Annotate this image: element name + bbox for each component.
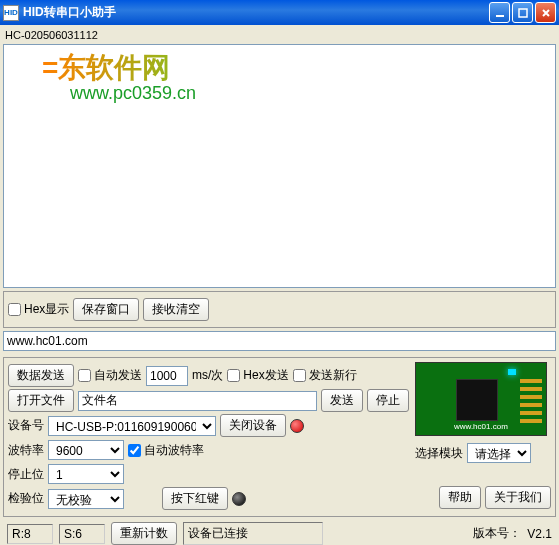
red-indicator-icon: [290, 419, 304, 433]
hex-display-checkbox[interactable]: Hex显示: [8, 301, 69, 318]
auto-send-checkbox[interactable]: 自动发送: [78, 367, 142, 384]
send-newline-label: 发送新行: [309, 367, 357, 384]
parity-select[interactable]: 无校验: [48, 489, 124, 509]
close-button[interactable]: [535, 2, 556, 23]
watermark-url: www.pc0359.cn: [70, 83, 196, 104]
black-indicator-icon: [232, 492, 246, 506]
version-value: V2.1: [527, 527, 552, 541]
minimize-button[interactable]: [489, 2, 510, 23]
open-file-button[interactable]: 打开文件: [8, 389, 74, 412]
select-module-select[interactable]: 请选择: [467, 443, 531, 463]
stop-button[interactable]: 停止: [367, 389, 409, 412]
status-r: R:8: [7, 524, 53, 544]
file-name-input[interactable]: [78, 391, 317, 411]
version-label: 版本号：: [473, 525, 521, 542]
parity-label: 检验位: [8, 490, 44, 507]
device-no-label: 设备号: [8, 417, 44, 434]
hex-send-label: Hex发送: [243, 367, 288, 384]
data-send-button[interactable]: 数据发送: [8, 364, 74, 387]
maximize-button[interactable]: [512, 2, 533, 23]
hex-display-label: Hex显示: [24, 301, 69, 318]
about-us-button[interactable]: 关于我们: [485, 486, 551, 509]
device-label: HC-020506031112: [3, 28, 556, 42]
svg-rect-0: [496, 15, 504, 17]
stop-bit-select[interactable]: 1: [48, 464, 124, 484]
receive-textarea[interactable]: =东软件网 www.pc0359.cn: [3, 44, 556, 288]
status-s: S:6: [59, 524, 105, 544]
interval-input[interactable]: [146, 366, 188, 386]
hex-send-checkbox[interactable]: Hex发送: [227, 367, 288, 384]
device-no-select[interactable]: HC-USB-P:011609190060: [48, 416, 216, 436]
auto-baud-label: 自动波特率: [144, 442, 204, 459]
auto-baud-checkbox[interactable]: 自动波特率: [128, 442, 204, 459]
press-red-key-button[interactable]: 按下红键: [162, 487, 228, 510]
receive-toolbar: Hex显示 保存窗口 接收清空: [3, 291, 556, 328]
window-title: HID转串口小助手: [23, 4, 487, 21]
reset-count-button[interactable]: 重新计数: [111, 522, 177, 545]
baud-select[interactable]: 9600: [48, 440, 124, 460]
stop-bit-label: 停止位: [8, 466, 44, 483]
receive-clear-button[interactable]: 接收清空: [143, 298, 209, 321]
send-input[interactable]: [3, 331, 556, 351]
status-connected: 设备已连接: [183, 522, 323, 545]
send-newline-checkbox[interactable]: 发送新行: [293, 367, 357, 384]
watermark-text: =东软件网: [42, 49, 196, 87]
close-device-button[interactable]: 关闭设备: [220, 414, 286, 437]
save-window-button[interactable]: 保存窗口: [73, 298, 139, 321]
auto-send-label: 自动发送: [94, 367, 142, 384]
interval-unit: ms/次: [192, 367, 223, 384]
svg-rect-1: [519, 9, 527, 17]
app-icon: HID: [3, 5, 19, 21]
watermark: =东软件网 www.pc0359.cn: [42, 49, 196, 104]
send-button[interactable]: 发送: [321, 389, 363, 412]
help-button[interactable]: 帮助: [439, 486, 481, 509]
module-image: www.hc01.com: [415, 362, 547, 436]
status-bar: R:8 S:6 重新计数 设备已连接 版本号：V2.1: [3, 520, 556, 545]
titlebar: HID HID转串口小助手: [0, 0, 559, 25]
select-module-label: 选择模块: [415, 445, 463, 462]
baud-label: 波特率: [8, 442, 44, 459]
